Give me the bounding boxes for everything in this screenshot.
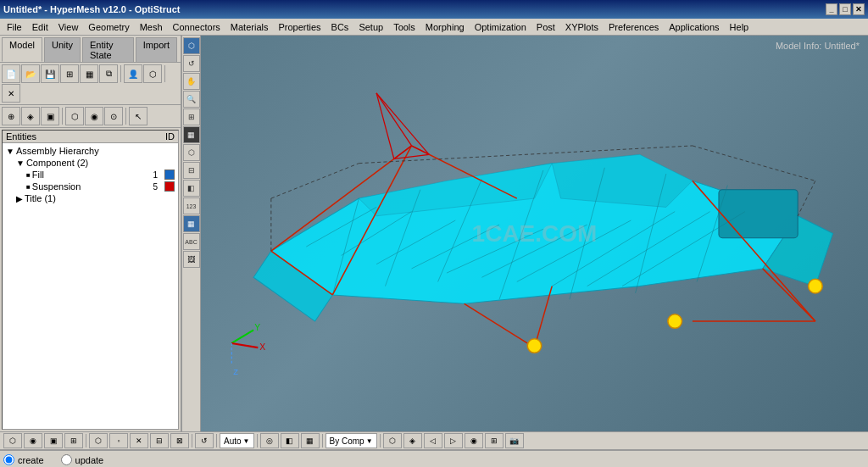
bt-sep3 <box>216 434 217 448</box>
tb2-icon4[interactable]: ⬡ <box>65 107 84 125</box>
bt-auto-dropdown[interactable]: Auto ▼ <box>220 433 254 448</box>
radio-update-input[interactable] <box>61 454 72 465</box>
bt-icon2[interactable]: ◉ <box>24 433 42 448</box>
auto-dropdown-arrow[interactable]: ▼ <box>243 437 250 445</box>
bt-icon11[interactable]: ▦ <box>301 433 320 448</box>
tree-component[interactable]: ▼ Component (2) <box>14 157 176 169</box>
side-fit-btn[interactable]: ⊞ <box>183 108 200 125</box>
menu-mesh[interactable]: Mesh <box>135 20 168 34</box>
svg-point-33 <box>527 339 542 353</box>
tb-save-btn[interactable]: 💾 <box>41 64 59 83</box>
tab-import[interactable]: Import <box>136 37 177 62</box>
svg-marker-4 <box>552 154 693 207</box>
bt-sphere[interactable]: ◎ <box>260 433 279 448</box>
side-image[interactable]: 🖼 <box>183 251 200 268</box>
close-button[interactable]: ✕ <box>853 3 865 15</box>
tab-unity[interactable]: Unity <box>44 37 81 62</box>
side-shade1[interactable]: ▦ <box>183 126 200 143</box>
side-pan-btn[interactable]: ✋ <box>183 73 200 90</box>
tab-entity-state[interactable]: Entity State <box>82 37 134 62</box>
bt-icon9[interactable]: ↺ <box>195 433 214 448</box>
tb-icon2[interactable]: ▦ <box>80 64 98 83</box>
menu-tools[interactable]: Tools <box>388 20 420 34</box>
menu-geometry[interactable]: Geometry <box>83 20 134 34</box>
bt-icon15[interactable]: ▷ <box>444 433 463 448</box>
side-abc[interactable]: ABC <box>183 233 200 250</box>
menu-edit[interactable]: Edit <box>27 20 53 34</box>
maximize-button[interactable]: □ <box>839 3 851 15</box>
bt-icon12[interactable]: ⬡ <box>383 433 402 448</box>
tree-fill[interactable]: ■ Fill 1 <box>25 169 176 181</box>
tab-model[interactable]: Model <box>2 37 42 62</box>
tb-icon4[interactable]: 👤 <box>124 64 142 83</box>
minimize-button[interactable]: _ <box>826 3 837 15</box>
side-view-btn[interactable]: ⬡ <box>183 37 200 54</box>
bt-sep4 <box>257 434 258 448</box>
tb2-icon5[interactable]: ◉ <box>85 107 103 125</box>
bt-bycomp-dropdown[interactable]: By Comp ▼ <box>326 433 377 448</box>
tb2-icon3[interactable]: ▣ <box>41 107 59 125</box>
menu-preferences[interactable]: Preferences <box>604 20 664 34</box>
menu-file[interactable]: File <box>2 20 27 34</box>
3d-viewport[interactable]: Model Info: Untitled* <box>201 36 868 431</box>
tb-new-btn[interactable]: 📄 <box>2 64 20 83</box>
tb-icon5[interactable]: ⬡ <box>143 64 162 83</box>
tb-close-btn[interactable]: ✕ <box>2 84 20 103</box>
entity-tree: Entities ID ▼ Assembly Hierarchy ▼ Compo… <box>2 130 179 430</box>
bt-undo[interactable]: ✕ <box>130 433 148 448</box>
bt-icon4[interactable]: ⊞ <box>64 433 83 448</box>
tb2-cursor[interactable]: ↖ <box>129 107 147 125</box>
tree-title[interactable]: ▶ Title (1) <box>14 192 176 204</box>
svg-line-45 <box>798 181 815 215</box>
side-shade2[interactable]: ⬡ <box>183 144 200 161</box>
bt-icon7[interactable]: ⊟ <box>150 433 169 448</box>
menu-setup[interactable]: Setup <box>353 20 388 34</box>
side-hidden[interactable]: ◧ <box>183 180 200 197</box>
bt-icon18[interactable]: 📷 <box>505 433 524 448</box>
radio-create-input[interactable] <box>3 454 14 465</box>
menu-bcs[interactable]: BCs <box>326 20 354 34</box>
bt-icon17[interactable]: ⊞ <box>485 433 504 448</box>
tb2-icon2[interactable]: ◈ <box>21 107 40 125</box>
svg-point-34 <box>809 279 823 293</box>
tb-icon3[interactable]: ⧉ <box>99 64 118 83</box>
menu-applications[interactable]: Applications <box>664 20 724 34</box>
right-create-panel: create create/edit <box>783 451 868 467</box>
tree-suspension[interactable]: ■ Suspension 5 <box>25 181 176 192</box>
svg-line-48 <box>231 343 258 347</box>
side-highlight[interactable]: ▦ <box>183 215 200 232</box>
bycomp-dropdown-arrow[interactable]: ▼ <box>366 437 373 445</box>
menu-connectors[interactable]: Connectors <box>168 20 225 34</box>
tb-open-btn[interactable]: 📂 <box>21 64 40 83</box>
side-rotate-btn[interactable]: ↺ <box>183 55 200 72</box>
menu-properties[interactable]: Properties <box>273 20 326 34</box>
menu-xyplots[interactable]: XYPlots <box>560 20 604 34</box>
bt-icon5[interactable]: ⬡ <box>89 433 108 448</box>
bt-icon3[interactable]: ▣ <box>44 433 63 448</box>
side-zoom-btn[interactable]: 🔍 <box>183 91 200 108</box>
bt-icon13[interactable]: ◈ <box>403 433 422 448</box>
menu-materials[interactable]: Materials <box>225 20 274 34</box>
bycomp-label: By Comp <box>330 436 364 446</box>
tb2-icon6[interactable]: ⊙ <box>104 107 123 125</box>
menu-optimization[interactable]: Optimization <box>470 20 531 34</box>
tb2-icon1[interactable]: ⊕ <box>2 107 20 125</box>
fill-color-box <box>164 170 175 180</box>
menu-morphing[interactable]: Morphing <box>420 20 470 34</box>
menu-view[interactable]: View <box>53 20 84 34</box>
bt-icon6[interactable]: ◦ <box>109 433 128 448</box>
bt-icon8[interactable]: ⊠ <box>170 433 189 448</box>
bt-icon14[interactable]: ◁ <box>424 433 442 448</box>
tb-icon1[interactable]: ⊞ <box>60 64 79 83</box>
menu-post[interactable]: Post <box>531 20 560 34</box>
suspension-id: 5 <box>153 182 158 192</box>
side-wire[interactable]: ⊟ <box>183 162 200 179</box>
bt-icon1[interactable]: ⬡ <box>3 433 22 448</box>
menu-help[interactable]: Help <box>725 20 754 34</box>
tb-sep2 <box>164 65 165 82</box>
bt-sep2 <box>192 434 192 448</box>
bt-icon10[interactable]: ◧ <box>281 433 299 448</box>
bt-icon16[interactable]: ◉ <box>465 433 483 448</box>
side-123[interactable]: 123 <box>183 197 200 214</box>
tree-assembly-hierarchy[interactable]: ▼ Assembly Hierarchy <box>4 145 176 157</box>
